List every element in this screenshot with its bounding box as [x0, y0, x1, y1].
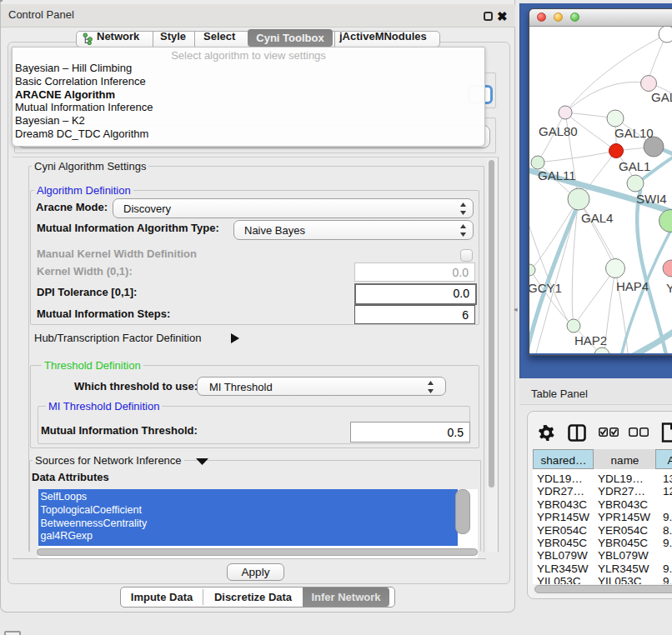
- svg-text:GAL7: GAL7: [651, 90, 672, 104]
- svg-text:GAL4: GAL4: [581, 211, 613, 225]
- svg-text:GAL11: GAL11: [538, 168, 576, 182]
- svg-text:GAL10: GAL10: [614, 126, 654, 140]
- svg-text:HAP2: HAP2: [574, 333, 607, 348]
- svg-text:HAP4: HAP4: [616, 279, 649, 293]
- svg-text:GCY1: GCY1: [529, 281, 562, 295]
- svg-text:SWI4: SWI4: [636, 192, 667, 206]
- svg-text:GAL1: GAL1: [619, 159, 650, 173]
- svg-text:GAL80: GAL80: [539, 124, 578, 138]
- svg-text:Y: Y: [666, 281, 672, 295]
